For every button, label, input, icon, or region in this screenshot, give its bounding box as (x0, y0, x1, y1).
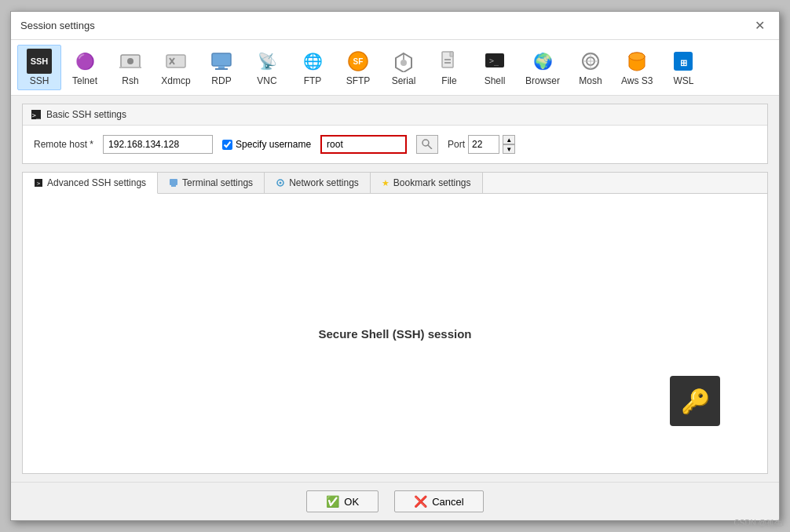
remote-host-input[interactable] (103, 135, 213, 154)
port-down-button[interactable]: ▼ (503, 144, 515, 154)
protocol-awss3[interactable]: Aws S3 (614, 45, 660, 90)
protocol-rdp[interactable]: RDP (199, 45, 243, 90)
protocol-sftp[interactable]: SF SFTP (336, 45, 380, 90)
serial-icon (391, 49, 416, 74)
xdmcp-icon (163, 49, 188, 74)
protocol-sftp-label: SFTP (346, 75, 371, 86)
tab-terminal[interactable]: Terminal settings (158, 173, 265, 193)
specify-username-label: Specify username (236, 139, 311, 150)
footer: ✅ OK ❌ Cancel (11, 482, 779, 520)
protocol-shell-label: Shell (485, 75, 506, 86)
main-content: >_ Basic SSH settings Remote host * Spec… (11, 96, 779, 482)
svg-text:SF: SF (353, 57, 364, 66)
ftp-icon: 🌐 (300, 49, 325, 74)
protocol-serial[interactable]: Serial (382, 45, 426, 90)
protocol-vnc-label: VNC (257, 75, 276, 86)
protocol-browser-label: Browser (525, 75, 560, 86)
tabs-header: > Advanced SSH settings Terminal setting… (23, 173, 767, 194)
username-browse-button[interactable] (416, 135, 438, 154)
key-icon-box: 🔑 (670, 376, 720, 426)
svg-rect-3 (166, 55, 185, 67)
svg-line-31 (428, 145, 432, 149)
key-icon: 🔑 (681, 388, 710, 415)
basic-settings-body: Remote host * Specify username Port ▲ ▼ (23, 126, 767, 163)
window-title: Session settings (20, 20, 95, 31)
protocol-shell[interactable]: >_ Shell (473, 45, 517, 90)
protocol-ssh[interactable]: SSH SSH (17, 45, 61, 90)
svg-rect-35 (171, 185, 176, 187)
protocol-rsh[interactable]: Rsh (108, 45, 152, 90)
svg-marker-15 (450, 52, 453, 56)
tab-network[interactable]: Network settings (265, 173, 371, 193)
tab-terminal-label: Terminal settings (182, 177, 253, 188)
tab-network-label: Network settings (289, 177, 359, 188)
protocol-wsl[interactable]: ⊞ WSL (661, 45, 705, 90)
basic-settings-label: Basic SSH settings (46, 109, 126, 120)
tab-advanced-label: Advanced SSH settings (47, 177, 146, 188)
protocol-file[interactable]: File (427, 45, 471, 90)
protocol-telnet[interactable]: 🟣 Telnet (63, 45, 107, 90)
tab-network-icon (276, 178, 285, 188)
remote-host-label: Remote host * (34, 139, 93, 150)
protocol-xdmcp-label: Xdmcp (161, 75, 190, 86)
shell-icon: >_ (482, 49, 507, 74)
port-up-button[interactable]: ▲ (503, 135, 515, 144)
telnet-icon: 🟣 (72, 49, 97, 74)
protocol-mosh[interactable]: Mosh (569, 45, 613, 90)
svg-text:⊞: ⊞ (680, 58, 687, 67)
tab-bookmark-label: Bookmark settings (393, 177, 471, 188)
close-button[interactable]: ✕ (750, 16, 770, 35)
key-small-icon (422, 138, 433, 149)
protocol-xdmcp[interactable]: Xdmcp (154, 45, 198, 90)
tabs-section: > Advanced SSH settings Terminal setting… (22, 172, 768, 474)
svg-text:>_: >_ (489, 56, 499, 66)
tab-bookmark[interactable]: ★ Bookmark settings (371, 173, 483, 193)
session-settings-window: Session settings ✕ SSH SSH 🟣 Telnet Rsh (10, 11, 780, 521)
tab-advanced-ssh[interactable]: > Advanced SSH settings (23, 173, 158, 194)
sftp-icon: SF (346, 49, 371, 74)
awss3-icon (624, 49, 649, 74)
rdp-icon (209, 49, 234, 74)
ssh-icon-box: SSH (27, 49, 52, 74)
protocol-awss3-label: Aws S3 (621, 75, 653, 86)
ok-label: OK (344, 496, 359, 508)
protocol-vnc[interactable]: 📡 VNC (245, 45, 289, 90)
protocol-bar: SSH SSH 🟣 Telnet Rsh Xdmcp (11, 40, 779, 96)
specify-username-checkbox[interactable] (222, 140, 232, 150)
vnc-icon: 📡 (254, 49, 280, 74)
svg-point-25 (629, 53, 645, 60)
ssh-icon: SSH (27, 49, 52, 74)
cancel-icon: ❌ (414, 495, 427, 508)
browser-icon: 🌍 (530, 49, 555, 74)
protocol-ftp-label: FTP (304, 75, 322, 86)
tab-bookmark-star-icon: ★ (382, 178, 390, 188)
rsh-icon (118, 49, 143, 74)
svg-text:>: > (37, 180, 40, 187)
ok-button[interactable]: ✅ OK (306, 490, 379, 512)
svg-point-37 (280, 182, 282, 184)
port-label: Port (448, 139, 465, 150)
protocol-file-label: File (441, 75, 456, 86)
cancel-label: Cancel (432, 496, 463, 508)
basic-settings-box: >_ Basic SSH settings Remote host * Spec… (22, 104, 768, 164)
protocol-mosh-label: Mosh (579, 75, 602, 86)
ok-icon: ✅ (326, 495, 339, 508)
protocol-rsh-label: Rsh (122, 75, 138, 86)
protocol-rdp-label: RDP (211, 75, 231, 86)
username-input[interactable] (320, 135, 407, 154)
protocol-browser[interactable]: 🌍 Browser (518, 45, 567, 90)
cancel-button[interactable]: ❌ Cancel (394, 490, 483, 512)
protocol-ssh-label: SSH (30, 75, 49, 86)
port-row: Port ▲ ▼ (448, 135, 515, 154)
basic-settings-header: >_ Basic SSH settings (23, 104, 767, 126)
specify-username-checkbox-label[interactable]: Specify username (222, 139, 311, 150)
svg-rect-34 (170, 179, 177, 185)
protocol-wsl-label: WSL (673, 75, 693, 86)
svg-point-1 (127, 58, 133, 64)
protocol-ftp[interactable]: 🌐 FTP (291, 45, 335, 90)
protocol-serial-label: Serial (392, 75, 416, 86)
tab-content-area: Secure Shell (SSH) session 🔑 (23, 194, 767, 473)
wsl-icon: ⊞ (671, 49, 696, 74)
port-spinner: ▲ ▼ (503, 135, 515, 154)
port-input[interactable] (468, 135, 499, 154)
